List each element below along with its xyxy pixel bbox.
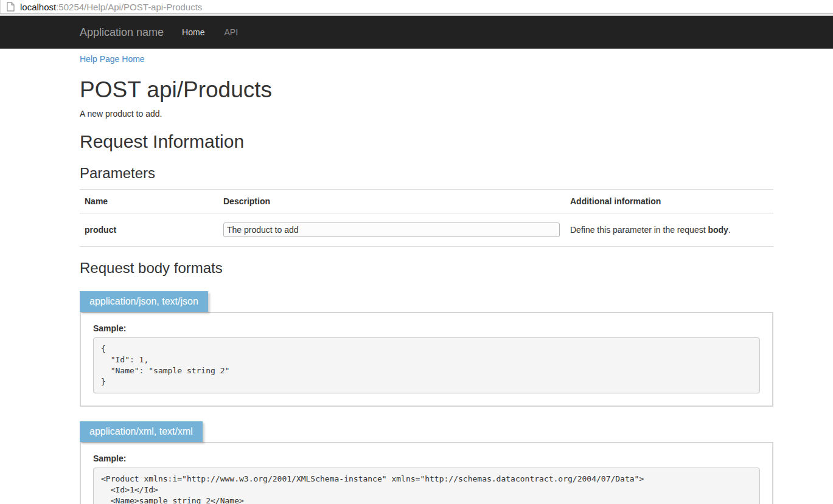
page-icon xyxy=(7,2,15,12)
request-information-heading: Request Information xyxy=(80,131,773,152)
parameters-table: Name Description Additional information … xyxy=(80,189,773,247)
xml-sample-code: <Product xmlns:i="http://www.w3.org/2001… xyxy=(93,468,760,504)
page-title: POST api/Products xyxy=(80,77,773,103)
parameters-header-row: Name Description Additional information xyxy=(80,190,773,213)
format-tab-json[interactable]: application/json, text/json xyxy=(80,291,208,312)
help-page-home-link[interactable]: Help Page Home xyxy=(80,54,145,64)
additional-info-suffix: . xyxy=(728,225,731,235)
browser-address-bar[interactable]: localhost:50254/Help/Api/POST-api-Produc… xyxy=(0,0,833,14)
parameters-heading: Parameters xyxy=(80,165,773,182)
navbar-brand-link[interactable]: Application name xyxy=(80,26,164,39)
request-body-formats-heading: Request body formats xyxy=(80,260,773,277)
json-sample-code: { "Id": 1, "Name": "sample string 2" } xyxy=(93,337,760,393)
parameter-name: product xyxy=(80,213,218,247)
parameter-additional-info: Define this parameter in the request bod… xyxy=(565,213,773,247)
column-header-name: Name xyxy=(80,190,218,213)
top-navbar: Application name Home API xyxy=(0,16,833,49)
page-subtitle: A new product to add. xyxy=(80,109,773,119)
url-text[interactable]: localhost:50254/Help/Api/POST-api-Produc… xyxy=(20,2,202,12)
url-host: localhost xyxy=(20,2,56,12)
format-section-xml: application/xml, text/xml Sample: <Produ… xyxy=(80,421,773,504)
nav-link-home[interactable]: Home xyxy=(182,27,204,37)
nav-link-api[interactable]: API xyxy=(224,27,238,37)
sample-label: Sample: xyxy=(93,323,760,333)
parameter-description-input[interactable]: The product to add xyxy=(223,223,560,237)
column-header-description: Description xyxy=(218,190,565,213)
format-panel-json: Sample: { "Id": 1, "Name": "sample strin… xyxy=(80,312,773,407)
additional-info-bold: body xyxy=(708,225,728,235)
format-tab-xml[interactable]: application/xml, text/xml xyxy=(80,421,203,442)
format-section-json: application/json, text/json Sample: { "I… xyxy=(80,291,773,407)
parameter-description-cell: The product to add xyxy=(218,213,565,247)
table-row: product The product to add Define this p… xyxy=(80,213,773,247)
additional-info-text: Define this parameter in the request xyxy=(570,225,708,235)
format-panel-xml: Sample: <Product xmlns:i="http://www.w3.… xyxy=(80,442,773,504)
column-header-additional-information: Additional information xyxy=(565,190,773,213)
url-path: :50254/Help/Api/POST-api-Products xyxy=(56,2,202,12)
sample-label: Sample: xyxy=(93,454,760,463)
main-content: Help Page Home POST api/Products A new p… xyxy=(80,49,773,504)
